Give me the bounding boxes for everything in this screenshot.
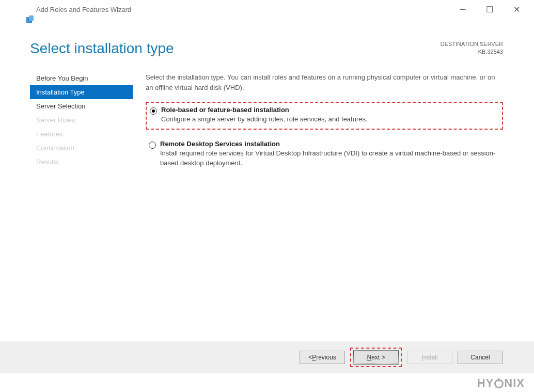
install-button: Install — [407, 351, 452, 364]
option-role-based-title: Role-based or feature-based installation — [161, 106, 498, 114]
wizard-sidebar: Before You Begin Installation Type Serve… — [30, 71, 133, 314]
destination-server-name: KB.32543 — [441, 48, 503, 56]
svg-rect-1 — [29, 15, 34, 21]
power-icon — [494, 379, 504, 388]
content-pane: Select the installation type. You can in… — [133, 71, 503, 314]
sidebar-item-before-you-begin[interactable]: Before You Begin — [30, 71, 133, 85]
sidebar-item-features: Features — [30, 127, 133, 141]
minimize-button[interactable]: ─ — [456, 5, 470, 14]
destination-server-label: DESTINATION SERVER — [441, 40, 503, 48]
sidebar-item-server-selection[interactable]: Server Selection — [30, 99, 133, 113]
sidebar-item-installation-type[interactable]: Installation Type — [30, 85, 133, 99]
option-remote-desktop-title: Remote Desktop Services installation — [160, 140, 499, 148]
wizard-footer: < Previous Next > Install Cancel — [0, 341, 534, 373]
sidebar-item-server-roles: Server Roles — [30, 113, 133, 127]
page-title: Select installation type — [30, 40, 174, 57]
option-role-based-desc: Configure a single server by adding role… — [161, 115, 498, 124]
sidebar-item-results: Results — [30, 155, 133, 169]
destination-server-block: DESTINATION SERVER KB.32543 — [441, 40, 503, 56]
sidebar-item-confirmation: Confirmation — [30, 141, 133, 155]
option-remote-desktop-desc: Install required role services for Virtu… — [160, 149, 499, 168]
window-title: Add Roles and Features Wizard — [36, 6, 131, 13]
next-button-highlight: Next > — [350, 348, 402, 367]
radio-remote-desktop[interactable] — [149, 142, 156, 149]
app-icon — [26, 15, 34, 24]
option-role-based[interactable]: Role-based or feature-based installation… — [146, 102, 503, 130]
option-remote-desktop[interactable]: Remote Desktop Services installation Ins… — [146, 137, 503, 173]
next-button[interactable]: Next > — [353, 351, 399, 364]
maximize-button[interactable]: ☐ — [482, 5, 497, 14]
watermark: HYNIX — [477, 377, 525, 390]
previous-button[interactable]: < Previous — [300, 351, 345, 364]
intro-text: Select the installation type. You can in… — [146, 72, 503, 92]
close-button[interactable]: ✕ — [509, 5, 524, 14]
cancel-button[interactable]: Cancel — [458, 351, 503, 364]
radio-role-based[interactable] — [150, 107, 157, 115]
titlebar: Add Roles and Features Wizard ─ ☐ ✕ — [0, 0, 534, 20]
